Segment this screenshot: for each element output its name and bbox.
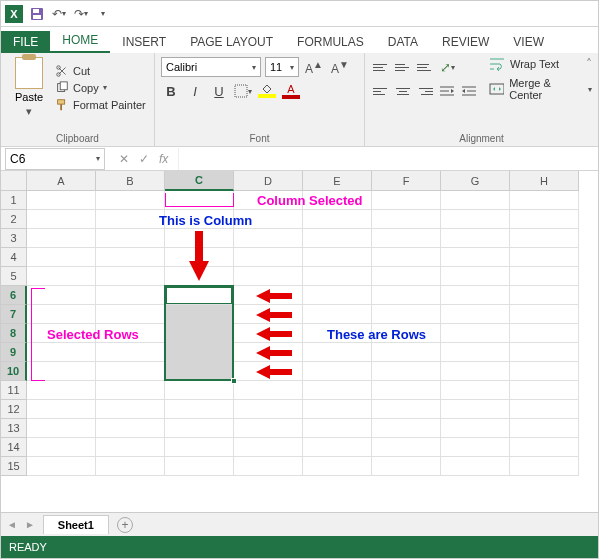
cell[interactable] [27, 191, 96, 210]
select-all-button[interactable] [1, 171, 27, 191]
cell[interactable] [510, 343, 579, 362]
cell[interactable] [165, 400, 234, 419]
column-header[interactable]: A [27, 171, 96, 191]
formula-bar[interactable] [178, 148, 598, 170]
cell[interactable] [96, 210, 165, 229]
cell[interactable] [372, 210, 441, 229]
column-header[interactable]: E [303, 171, 372, 191]
cell[interactable] [303, 324, 372, 343]
cell[interactable] [234, 229, 303, 248]
cell[interactable] [510, 400, 579, 419]
cell[interactable] [96, 267, 165, 286]
cell[interactable] [372, 286, 441, 305]
cell[interactable] [441, 305, 510, 324]
cell[interactable] [234, 267, 303, 286]
cell[interactable] [165, 210, 234, 229]
name-box[interactable]: C6▾ [5, 148, 105, 170]
cell[interactable] [441, 457, 510, 476]
cell[interactable] [441, 210, 510, 229]
align-center-icon[interactable] [393, 82, 413, 100]
column-header[interactable]: D [234, 171, 303, 191]
cell[interactable] [372, 419, 441, 438]
sheet-nav-prev-icon[interactable]: ◄ [7, 519, 17, 530]
cell[interactable] [510, 381, 579, 400]
cell[interactable] [303, 210, 372, 229]
row-header[interactable]: 12 [1, 400, 27, 419]
cell[interactable] [510, 191, 579, 210]
cell[interactable] [27, 286, 96, 305]
cell[interactable] [303, 248, 372, 267]
cell[interactable] [234, 400, 303, 419]
cell[interactable] [165, 438, 234, 457]
fx-icon[interactable]: fx [159, 152, 168, 166]
cell[interactable] [372, 191, 441, 210]
row-header[interactable]: 9 [1, 343, 27, 362]
tab-file[interactable]: FILE [1, 31, 50, 53]
cell[interactable] [510, 324, 579, 343]
cell[interactable] [234, 210, 303, 229]
row-header[interactable]: 7 [1, 305, 27, 324]
undo-icon[interactable]: ↶▾ [51, 6, 67, 22]
cell[interactable] [441, 191, 510, 210]
cell[interactable] [372, 400, 441, 419]
cell[interactable] [441, 286, 510, 305]
cell[interactable] [372, 343, 441, 362]
merge-center-button[interactable]: Merge & Center ▾ [489, 77, 592, 101]
cell[interactable] [441, 362, 510, 381]
cell[interactable] [96, 381, 165, 400]
cell[interactable] [372, 248, 441, 267]
cell[interactable] [165, 362, 234, 381]
cell[interactable] [441, 248, 510, 267]
cell[interactable] [510, 210, 579, 229]
cell[interactable] [303, 362, 372, 381]
spreadsheet-grid[interactable]: ABCDEFGH 123456789101112131415 Column Se… [1, 171, 598, 511]
sheet-nav-next-icon[interactable]: ► [25, 519, 35, 530]
align-left-icon[interactable] [371, 82, 391, 100]
cell[interactable] [372, 267, 441, 286]
cell[interactable] [303, 400, 372, 419]
cell[interactable] [165, 381, 234, 400]
underline-button[interactable]: U [209, 81, 229, 101]
increase-indent-icon[interactable] [459, 81, 479, 101]
cell[interactable] [303, 381, 372, 400]
cell[interactable] [441, 438, 510, 457]
font-name-select[interactable]: Calibri▾ [161, 57, 261, 77]
fill-handle[interactable] [231, 378, 237, 384]
cell[interactable] [510, 362, 579, 381]
cell[interactable] [372, 381, 441, 400]
column-header[interactable]: G [441, 171, 510, 191]
align-bottom-icon[interactable] [415, 58, 435, 76]
row-header[interactable]: 1 [1, 191, 27, 210]
cells-area[interactable] [27, 191, 579, 476]
cell[interactable] [441, 324, 510, 343]
font-color-button[interactable]: A [281, 81, 301, 101]
cell[interactable] [27, 267, 96, 286]
collapse-ribbon-icon[interactable]: ˄ [586, 57, 592, 71]
row-header[interactable]: 5 [1, 267, 27, 286]
wrap-text-button[interactable]: Wrap Text [489, 57, 592, 71]
cell[interactable] [96, 438, 165, 457]
redo-icon[interactable]: ↷▾ [73, 6, 89, 22]
cell[interactable] [303, 457, 372, 476]
cell[interactable] [96, 419, 165, 438]
bold-button[interactable]: B [161, 81, 181, 101]
cell[interactable] [441, 419, 510, 438]
row-header[interactable]: 10 [1, 362, 27, 381]
paste-button[interactable]: Paste ▾ [7, 57, 51, 118]
row-header[interactable]: 2 [1, 210, 27, 229]
row-header[interactable]: 4 [1, 248, 27, 267]
orientation-icon[interactable]: ⤢▾ [437, 57, 457, 77]
font-size-select[interactable]: 11▾ [265, 57, 299, 77]
cell[interactable] [372, 305, 441, 324]
cell[interactable] [165, 286, 234, 305]
cell[interactable] [96, 248, 165, 267]
cell[interactable] [441, 400, 510, 419]
borders-button[interactable]: ▾ [233, 81, 253, 101]
align-right-icon[interactable] [415, 82, 435, 100]
cell[interactable] [303, 438, 372, 457]
cell[interactable] [510, 248, 579, 267]
cell[interactable] [165, 419, 234, 438]
column-header[interactable]: H [510, 171, 579, 191]
cell[interactable] [96, 400, 165, 419]
column-header[interactable]: F [372, 171, 441, 191]
